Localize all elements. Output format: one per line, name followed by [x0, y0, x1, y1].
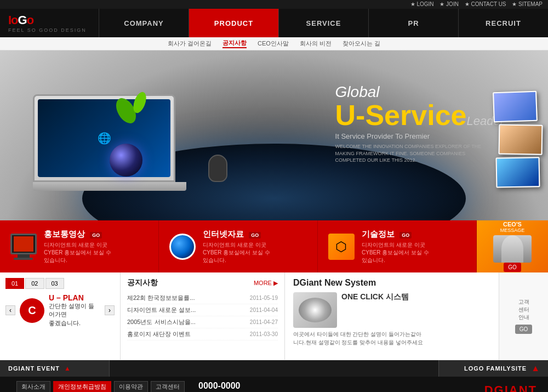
notice-item-3[interactable]: 홈로이지 새단장 이벤트 2011-03-30 [127, 328, 278, 340]
notice-item-0[interactable]: 제22회 한국정보보을를... 2011-05-19 [127, 292, 278, 304]
promo-strip: 홍보통영상 GO 디자이언트의 새로운 이곳CYBER 홍보실에서 보실 수있습… [0, 220, 548, 272]
hero-laptop: 🌐 [33, 94, 186, 198]
notice-panel: 공지사항 MORE ▶ 제22회 한국정보보을를... 2011-05-19 디… [121, 272, 285, 360]
customer-label: 고객 센터 안내 [518, 298, 529, 321]
utility-join[interactable]: ★ JOIN [439, 1, 459, 7]
hero-photo-3 [496, 157, 540, 188]
hero-photos [493, 92, 537, 188]
footer-phone: 0000-0000 [198, 381, 241, 392]
subnav-3[interactable]: 회사의 비전 [300, 39, 332, 48]
ceo-label: CEO'S [503, 221, 522, 228]
subnav-4[interactable]: 찾아오시는 길 [342, 39, 380, 48]
left-panel: 01 02 03 ‹ C U – PLAN 간단한 설명이 들어가면좋겠습니다.… [0, 272, 121, 360]
logo-area: IoGo FEEL SO GOOD DESIGN [0, 13, 99, 33]
promo-tech-title: 기술정보 GO [362, 229, 468, 240]
content-section: 01 02 03 ‹ C U – PLAN 간단한 설명이 들어가면좋겠습니다.… [0, 272, 548, 360]
logo-text: IoGo [8, 13, 99, 27]
promo-tv-text: 디자이언트의 새로운 이곳CYBER 홍보실에서 보실 수있습니다. [44, 241, 150, 264]
logo-tagline: FEEL SO GOOD DESIGN [8, 27, 99, 33]
leaf-2 [132, 89, 148, 118]
tab-plan: U – PLAN [49, 293, 100, 302]
promo-internet-text: 디자이언트의 새로운 이곳CYBER 홍보실에서 보실 수있습니다. [203, 241, 309, 264]
dgiant-image-inner [299, 298, 332, 322]
notice-more[interactable]: MORE ▶ [254, 280, 278, 287]
footer-links: 회사소개 개인정보취급방침 이용약관 고객센터 0000-0000 [16, 381, 449, 392]
nav-service[interactable]: SERVICE [278, 9, 368, 37]
footer-link-1[interactable]: 개인정보취급방침 [53, 381, 111, 392]
utility-contact[interactable]: ★ CONTACT US [465, 1, 506, 7]
notice-item-2[interactable]: 2005년도 서비스시남을... 2011-04-27 [127, 316, 278, 328]
event-tab[interactable]: DGIANT EVENT ▲ [0, 360, 110, 377]
tab-01[interactable]: 01 [5, 278, 24, 289]
header: IoGo FEEL SO GOOD DESIGN COMPANY PRODUCT… [0, 9, 548, 37]
dgiant-content: DGiant New System ONE CLICK 시스템 여곳에서 타이들… [293, 278, 490, 354]
family-tab[interactable]: LOGO FAMILYSITE ▲ [438, 360, 548, 377]
footer-left: 회사소개 개인정보취급방침 이용약관 고객센터 0000-0000 (주) DG… [0, 381, 466, 392]
promo-internet[interactable]: 인터넷자료 GO 디자이언트의 새로운 이곳CYBER 홍보실에서 보실 수있습… [159, 220, 318, 272]
promo-tech-go[interactable]: GO [399, 232, 412, 238]
subnav-2[interactable]: CEO인사말 [258, 39, 289, 48]
tab-03[interactable]: 03 [45, 278, 64, 289]
bottom-strip: DGIANT EVENT ▲ LOGO FAMILYSITE ▲ [0, 360, 548, 377]
utility-bar: ★ LOGIN ★ JOIN ★ CONTACT US ★ SITEMAP [0, 0, 548, 9]
footer-link-3[interactable]: 고객센터 [151, 381, 185, 392]
nav-company[interactable]: COMPANY [99, 9, 189, 37]
promo-tv-go[interactable]: GO [90, 232, 102, 238]
promo-internet-go[interactable]: GO [249, 232, 261, 238]
footer-link-2[interactable]: 이용약관 [114, 381, 148, 392]
laptop-screen: 🌐 [38, 99, 170, 177]
laptop-base [33, 182, 186, 191]
promo-internet-content: 인터넷자료 GO 디자이언트의 새로운 이곳CYBER 홍보실에서 보실 수있습… [203, 229, 309, 264]
notice-title: 공지사항 [127, 278, 158, 288]
tab-icon-c: C [20, 298, 44, 323]
nav-product[interactable]: PRODUCT [189, 9, 278, 37]
promo-tech[interactable]: ⬡ 기술정보 GO 디자이언트의 새로운 이곳CYBER 홍보실에서 보실 수있… [318, 220, 477, 272]
laptop-body: 🌐 [33, 94, 175, 182]
hero-tagline: It Service Provider To Premier [335, 132, 504, 140]
footer-link-0[interactable]: 회사소개 [16, 381, 50, 392]
event-arrow-icon: ▲ [64, 365, 71, 372]
tab-text-area: U – PLAN 간단한 설명이 들어가면좋겠습니다. [49, 293, 100, 327]
footer: 회사소개 개인정보취급방침 이용약관 고객센터 0000-0000 (주) DG… [0, 377, 548, 392]
ceo-go-btn[interactable]: GO [504, 263, 521, 272]
customer-go-btn[interactable]: GO [515, 325, 533, 334]
customer-side: 고객 센터 안내 GO [499, 272, 548, 360]
footer-logo-area: DGIANT FEEL SO GOOD DESIGN [466, 383, 548, 392]
utility-sitemap[interactable]: ★ SITEMAP [512, 1, 543, 7]
svg-point-1 [132, 90, 148, 115]
dgiant-description: 여곳에서 타이들에 대한 간단한 설명이 들어가는같아니다.현재 설명같이 정도… [293, 330, 490, 346]
notice-header: 공지사항 MORE ▶ [127, 278, 278, 288]
promo-globe-icon [167, 231, 197, 262]
ceo-message: MESSAGE [500, 228, 525, 233]
nav-recruit[interactable]: RECRUIT [458, 9, 548, 37]
hero-photo-2 [499, 124, 543, 155]
utility-login[interactable]: ★ LOGIN [410, 1, 434, 7]
tab-02[interactable]: 02 [25, 278, 44, 289]
cube-shape: ⬡ [328, 234, 355, 260]
dgiant-image [293, 292, 337, 328]
tab-prev[interactable]: ‹ [5, 305, 15, 315]
dgiant-panel: DGiant New System ONE CLICK 시스템 여곳에서 타이들… [285, 272, 499, 360]
promo-tv-content: 홍보통영상 GO 디자이언트의 새로운 이곳CYBER 홍보실에서 보실 수있습… [44, 229, 150, 264]
nav-pr[interactable]: PR [368, 9, 458, 37]
hero-photo-1 [493, 91, 538, 123]
hero-globe-sphere [110, 144, 142, 177]
promo-tv[interactable]: 홍보통영상 GO 디자이언트의 새로운 이곳CYBER 홍보실에서 보실 수있습… [0, 220, 159, 272]
tabs-row: 01 02 03 [5, 278, 115, 289]
hero-mouse [208, 155, 227, 182]
footer-logo-text: DGIANT [484, 383, 537, 392]
notice-item-1[interactable]: 디자이언트 새로운 설보... 2011-04-04 [127, 304, 278, 316]
subnav-1[interactable]: 공지사항 [222, 39, 247, 48]
hero-global-text: Global [335, 83, 504, 101]
tab-next[interactable]: › [105, 305, 115, 315]
sub-nav: 회사가 걸어온길 공지사항 CEO인사말 회사의 비전 찾아오시는 길 [0, 37, 548, 50]
subnav-0[interactable]: 회사가 걸어온길 [168, 39, 212, 48]
promo-cube-icon: ⬡ [326, 231, 356, 262]
ceo-box[interactable]: CEO'S MESSAGE GO [477, 220, 548, 272]
tab-description: 간단한 설명이 들어가면좋겠습니다. [49, 302, 100, 327]
hero-description: WELCOME THE INNOVATION COMPANIES EXPLORE… [335, 143, 489, 164]
event-label: DGIANT EVENT [8, 365, 60, 372]
dgiant-title: DGiant New System [293, 278, 490, 288]
promo-tv-icon [8, 231, 38, 262]
hero-text-area: Global U-ServiceLeader It Service Provid… [335, 83, 504, 164]
